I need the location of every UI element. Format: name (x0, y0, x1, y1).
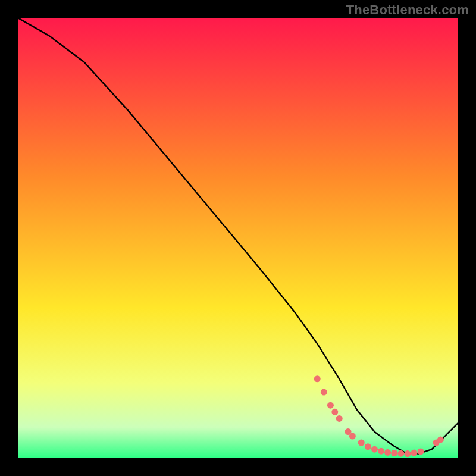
data-marker (411, 450, 418, 456)
gradient-rect (18, 18, 458, 458)
data-marker (349, 433, 356, 440)
chart-svg (18, 18, 458, 458)
data-marker (378, 448, 384, 455)
data-marker (437, 436, 444, 443)
data-marker (404, 450, 411, 457)
data-marker (371, 446, 378, 453)
data-marker (384, 449, 391, 456)
data-marker (358, 440, 365, 446)
plot-area (18, 18, 458, 458)
data-marker (418, 448, 424, 455)
chart-frame: TheBottleneck.com (0, 0, 476, 476)
data-marker (321, 389, 327, 396)
data-marker (391, 450, 397, 456)
data-marker (327, 402, 334, 409)
data-marker (365, 443, 371, 450)
watermark-text: TheBottleneck.com (346, 2, 469, 18)
data-marker (397, 450, 404, 457)
data-marker (331, 409, 338, 415)
data-marker (314, 375, 321, 382)
data-marker (336, 415, 343, 422)
